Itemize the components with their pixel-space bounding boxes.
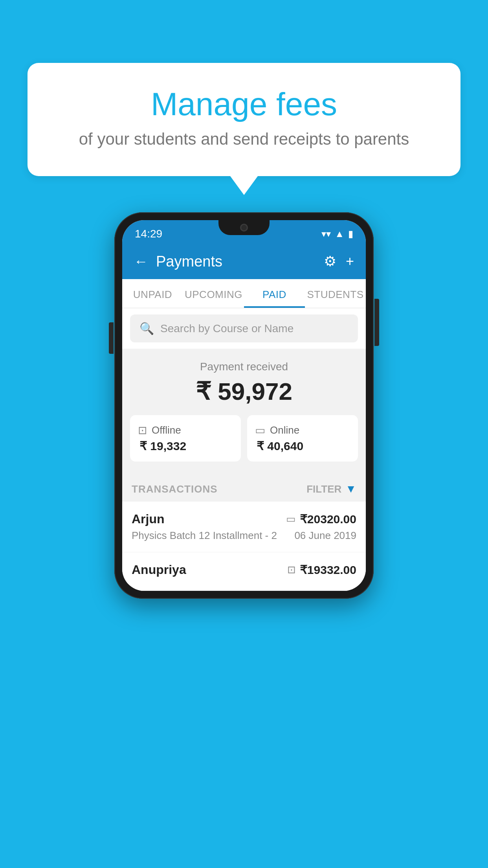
online-card-top: ▭ Online xyxy=(255,424,299,437)
transaction-amount: ₹19332.00 xyxy=(300,563,356,577)
card-payment-icon: ▭ xyxy=(286,513,296,525)
notch xyxy=(218,220,270,235)
offline-amount: ₹ 19,332 xyxy=(138,439,186,453)
transactions-list: Arjun ▭ ₹20320.00 Physics Batch 12 Insta… xyxy=(122,502,366,591)
back-button[interactable]: ← xyxy=(134,254,148,268)
phone-wrapper: 14:29 ▾▾ ▲ ▮ ← Payments ⚙ + xyxy=(114,212,374,599)
transaction-date: 06 June 2019 xyxy=(294,530,356,542)
phone-outer: 14:29 ▾▾ ▲ ▮ ← Payments ⚙ + xyxy=(114,212,374,599)
tabs: UNPAID UPCOMING PAID STUDENTS xyxy=(122,279,366,308)
transaction-top: Anupriya ⊡ ₹19332.00 xyxy=(132,563,356,577)
search-icon: 🔍 xyxy=(139,322,154,335)
transaction-amount: ₹20320.00 xyxy=(300,512,356,526)
signal-icon: ▲ xyxy=(335,228,344,239)
status-icons: ▾▾ ▲ ▮ xyxy=(321,228,353,239)
phone-screen: 14:29 ▾▾ ▲ ▮ ← Payments ⚙ + xyxy=(122,220,366,591)
offline-icon: ⊡ xyxy=(138,424,147,437)
filter-button[interactable]: FILTER ▼ xyxy=(306,483,356,495)
filter-label: FILTER xyxy=(306,483,341,495)
payment-summary: Payment received ₹ 59,972 ⊡ Offline ₹ 19… xyxy=(122,349,366,473)
transaction-name: Anupriya xyxy=(132,563,186,577)
tab-unpaid[interactable]: UNPAID xyxy=(122,279,183,308)
battery-icon: ▮ xyxy=(348,228,353,239)
tab-upcoming[interactable]: UPCOMING xyxy=(183,279,244,308)
bubble-title: Manage fees xyxy=(47,86,441,122)
offline-card-top: ⊡ Offline xyxy=(138,424,181,437)
search-container: 🔍 Search by Course or Name xyxy=(122,308,366,349)
payment-amount: ₹ 59,972 xyxy=(130,377,358,406)
tab-students[interactable]: STUDENTS xyxy=(305,279,366,308)
search-bar[interactable]: 🔍 Search by Course or Name xyxy=(130,314,358,342)
wifi-icon: ▾▾ xyxy=(321,228,331,239)
speech-bubble: Manage fees of your students and send re… xyxy=(28,63,460,176)
header-left: ← Payments xyxy=(134,253,222,270)
transaction-top: Arjun ▭ ₹20320.00 xyxy=(132,512,356,526)
transaction-amount-wrap: ⊡ ₹19332.00 xyxy=(287,563,356,577)
online-amount: ₹ 40,640 xyxy=(255,439,303,453)
online-icon: ▭ xyxy=(255,424,265,437)
bubble-subtitle: of your students and send receipts to pa… xyxy=(47,130,441,149)
offline-label: Offline xyxy=(152,424,181,436)
payment-label: Payment received xyxy=(130,360,358,373)
filter-icon: ▼ xyxy=(345,483,356,495)
transactions-label: TRANSACTIONS xyxy=(132,483,218,495)
transaction-name: Arjun xyxy=(132,512,165,526)
header-right: ⚙ + xyxy=(324,253,354,270)
online-label: Online xyxy=(270,424,299,436)
tab-paid[interactable]: PAID xyxy=(244,279,305,308)
status-time: 14:29 xyxy=(135,228,162,240)
transaction-course: Physics Batch 12 Installment - 2 xyxy=(132,530,277,542)
camera xyxy=(240,224,248,232)
online-card: ▭ Online ₹ 40,640 xyxy=(247,415,358,462)
app-header: ← Payments ⚙ + xyxy=(122,244,366,279)
page-title: Payments xyxy=(156,253,222,270)
settings-icon[interactable]: ⚙ xyxy=(324,253,336,270)
add-button[interactable]: + xyxy=(346,253,354,270)
transaction-amount-wrap: ▭ ₹20320.00 xyxy=(286,512,356,526)
transactions-header: TRANSACTIONS FILTER ▼ xyxy=(122,473,366,502)
table-row[interactable]: Arjun ▭ ₹20320.00 Physics Batch 12 Insta… xyxy=(122,502,366,552)
offline-card: ⊡ Offline ₹ 19,332 xyxy=(130,415,241,462)
search-placeholder: Search by Course or Name xyxy=(160,322,294,335)
table-row[interactable]: Anupriya ⊡ ₹19332.00 xyxy=(122,552,366,591)
transaction-bottom: Physics Batch 12 Installment - 2 06 June… xyxy=(132,530,356,542)
offline-payment-icon: ⊡ xyxy=(287,564,296,576)
payment-cards: ⊡ Offline ₹ 19,332 ▭ Online ₹ 40,640 xyxy=(130,415,358,462)
